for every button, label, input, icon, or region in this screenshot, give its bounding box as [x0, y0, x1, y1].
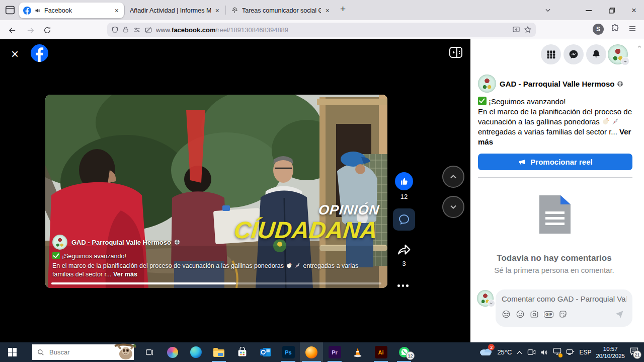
bookmark-star-icon[interactable] [524, 26, 532, 34]
network-icon[interactable] [566, 348, 575, 356]
taskbar: Ps Pr Ai 12 2 25°C [0, 342, 644, 362]
camera-icon[interactable] [530, 310, 539, 319]
previous-reel-button[interactable] [442, 166, 464, 188]
tab-close-icon[interactable]: × [114, 7, 120, 15]
post-page-name[interactable]: GAD - Parroquial Valle Hermoso [500, 80, 623, 88]
taskbar-whatsapp[interactable]: 12 [392, 342, 416, 362]
save-page-icon[interactable] [512, 26, 520, 34]
taskbar-clock[interactable]: 10:57 20/10/2025 [596, 345, 625, 359]
reel-video[interactable]: OPINIÓN CÍUDADANA GAD - Parroquial Valle… [45, 95, 387, 288]
tab-separator [225, 6, 226, 15]
search-highlight-sloth-image[interactable] [114, 343, 137, 361]
next-reel-button[interactable] [442, 196, 464, 218]
tab-audio-icon[interactable] [35, 8, 41, 14]
notifications-button[interactable] [586, 44, 606, 64]
url-bar[interactable]: www.facebook.com/reel/1891308468394889 [107, 23, 536, 37]
reel-close-icon[interactable]: × [11, 46, 19, 62]
taskbar-copilot[interactable] [161, 342, 184, 362]
composer-placeholder[interactable]: Comentar como GAD - Parroquial Vall... [502, 295, 626, 303]
taskbar-vlc[interactable] [346, 342, 369, 362]
post-page-avatar[interactable] [478, 75, 496, 93]
tab-close-icon[interactable]: × [214, 7, 220, 15]
search-input[interactable] [48, 348, 106, 356]
window-restore-button[interactable] [602, 4, 622, 17]
tab-tareas[interactable]: Tareas comunicador social GAD × [227, 3, 335, 18]
taskbar-outlook[interactable] [254, 342, 277, 362]
extension-s-icon[interactable]: S [593, 24, 604, 35]
gif-icon[interactable]: GIF [544, 311, 553, 318]
taskbar-search[interactable] [32, 344, 134, 360]
weather-widget[interactable]: 2 [479, 346, 493, 358]
check-emoji [52, 252, 60, 259]
tab-close-icon[interactable]: × [325, 7, 331, 15]
menu-hamburger-icon[interactable] [628, 25, 637, 35]
volume-icon[interactable] [540, 349, 548, 356]
notification-badge: 21 [633, 350, 641, 359]
more-options-icon[interactable] [397, 284, 413, 287]
extensions-puzzle-icon[interactable] [610, 24, 620, 36]
facebook-favicon [23, 7, 31, 15]
composer-avatar[interactable] [477, 290, 494, 307]
autoplay-blocked-icon[interactable] [144, 26, 152, 34]
sticker-icon[interactable] [558, 310, 568, 319]
apps-menu-button[interactable] [541, 44, 561, 64]
taskbar-file-explorer[interactable] [207, 342, 230, 362]
page-avatar[interactable] [52, 235, 67, 250]
see-more-link[interactable]: Ver más [113, 271, 137, 278]
new-tab-button[interactable]: + [340, 4, 346, 15]
comment-button[interactable] [393, 208, 415, 231]
tab-informes[interactable]: Añadir Actividad | Informes Mensua × [126, 3, 224, 18]
collapse-sidebar-icon[interactable] [449, 47, 462, 60]
globe-icon [174, 239, 180, 245]
facebook-logo[interactable] [31, 44, 48, 64]
vlc-icon [352, 347, 363, 358]
watermark-line1: OPINIÓN [236, 203, 380, 217]
shield-icon[interactable] [111, 26, 119, 34]
avatar-sticker-icon[interactable] [502, 310, 511, 319]
taskbar-illustrator[interactable]: Ai [369, 342, 392, 362]
task-view-button[interactable] [138, 342, 161, 362]
temperature-label[interactable]: 25°C [497, 348, 512, 356]
graphics-tray-widget[interactable] [553, 347, 561, 357]
forward-button[interactable] [24, 24, 36, 36]
outlook-icon [260, 347, 271, 357]
taskbar-premiere[interactable]: Pr [323, 342, 346, 362]
taskbar-photoshop[interactable]: Ps [277, 342, 300, 362]
window-close-button[interactable]: × [624, 4, 644, 17]
tab-facebook[interactable]: Facebook × [19, 3, 124, 18]
send-comment-icon[interactable] [614, 309, 624, 319]
thumbs-up-icon [399, 177, 409, 186]
share-button[interactable] [395, 242, 413, 259]
video-progress-bar[interactable] [51, 282, 381, 284]
window-minimize-button[interactable] [579, 4, 599, 17]
taskbar-store[interactable] [230, 342, 254, 362]
tab-title: Añadir Actividad | Informes Mensua [130, 7, 211, 14]
profile-menu-button[interactable] [608, 44, 628, 64]
tray-chevron-up-icon[interactable] [516, 350, 523, 355]
back-button[interactable] [6, 24, 18, 36]
action-center-button[interactable]: 21 [629, 347, 639, 357]
reload-button[interactable] [41, 24, 53, 36]
lock-icon[interactable] [122, 26, 129, 33]
url-text[interactable]: www.facebook.com/reel/1891308468394889 [156, 26, 509, 34]
meet-now-icon[interactable] [527, 348, 536, 356]
comment-composer[interactable]: Comentar como GAD - Parroquial Vall... G… [496, 289, 632, 327]
emoji-icon[interactable] [516, 310, 525, 319]
taskbar-edge[interactable] [184, 342, 207, 362]
page-scrollbar-arrow-icon[interactable] [637, 42, 642, 51]
promote-reel-button[interactable]: Promocionar reel [478, 154, 632, 170]
like-count: 12 [395, 193, 413, 200]
tab-list-chevron-icon[interactable] [544, 7, 551, 16]
start-button[interactable] [0, 342, 24, 362]
page-name-overlay[interactable]: GAD - Parroquial Valle Hermoso [71, 239, 180, 246]
language-indicator[interactable]: ESP [579, 349, 591, 356]
store-icon [237, 347, 248, 357]
tab-title: Facebook [44, 7, 110, 14]
permissions-icon[interactable] [133, 26, 141, 34]
taskbar-firefox[interactable] [300, 342, 323, 362]
firefox-view-icon[interactable] [5, 5, 16, 18]
overlay-status: ¡Seguimos avanzando! [52, 252, 379, 261]
messenger-button[interactable] [564, 44, 584, 64]
like-button[interactable] [395, 172, 413, 190]
chicken-emoji [602, 118, 610, 125]
